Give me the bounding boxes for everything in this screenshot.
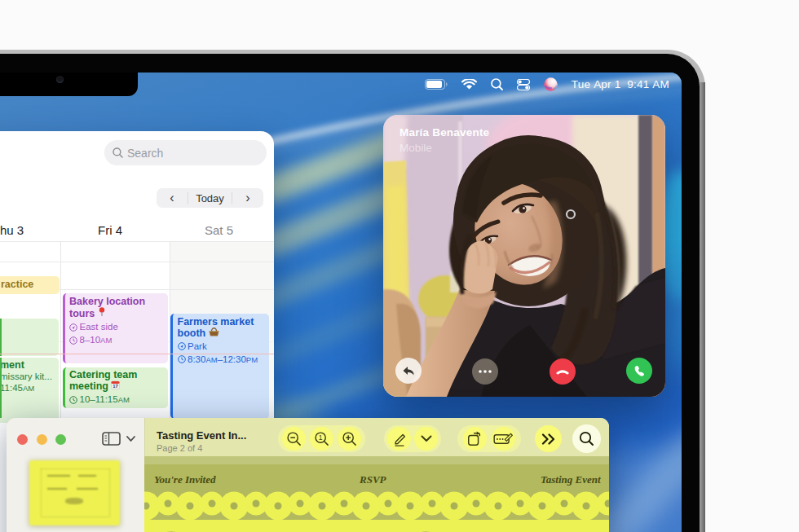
- svg-text:You're Invited: You're Invited: [154, 473, 216, 486]
- svg-text:RSVP: RSVP: [359, 473, 387, 486]
- svg-text:Tasting Event: Tasting Event: [541, 473, 601, 486]
- svg-text:17: 17: [113, 384, 119, 389]
- svg-text:1: 1: [319, 433, 323, 442]
